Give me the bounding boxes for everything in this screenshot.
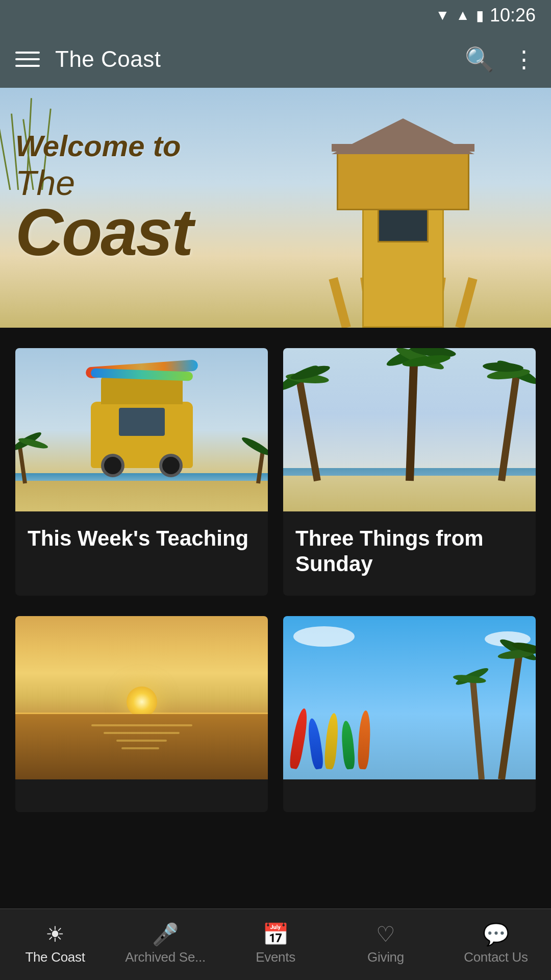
wifi-icon: ▼ [435, 7, 449, 23]
palm-tree-center [406, 358, 414, 481]
card-sunset[interactable] [15, 616, 268, 812]
sand-strip [283, 476, 536, 511]
van-roof [101, 376, 183, 404]
giving-icon: ♡ [376, 924, 395, 945]
nav-label-giving: Giving [367, 949, 404, 965]
sunset-sun [127, 687, 157, 717]
nav-label-contact-us: Contact Us [464, 949, 528, 965]
card-label-three-things: Three Things from Sunday [283, 511, 536, 596]
surfboard-yellow [323, 713, 340, 769]
hero-text: Welcome to The Coast [15, 129, 192, 262]
menu-button[interactable] [15, 52, 40, 67]
surfboard-red [288, 707, 310, 770]
main-content: This Week's Teaching [0, 328, 551, 975]
hero-coast-text: Coast [15, 203, 192, 262]
nav-label-archived-sermons: Archived Se... [125, 949, 206, 965]
beach-palm-trunk-1 [498, 652, 523, 779]
card-colorful-beach[interactable] [283, 616, 536, 812]
water-reflection [15, 714, 268, 779]
nav-item-events[interactable]: 📅 Events [220, 909, 331, 980]
van-beach-scene [15, 348, 268, 511]
surfboard-green [340, 720, 356, 770]
bottom-navigation: ☀ The Coast 🎤 Archived Se... 📅 Events ♡ … [0, 909, 551, 980]
nav-item-archived-sermons[interactable]: 🎤 Archived Se... [110, 909, 220, 980]
card-this-weeks-teaching[interactable]: This Week's Teaching [15, 348, 268, 596]
card-three-things-sunday[interactable]: Three Things from Sunday [283, 348, 536, 596]
search-button[interactable]: 🔍 [465, 45, 494, 73]
tower-leg [455, 277, 477, 328]
palm-right [256, 448, 260, 483]
card-image-van-beach [15, 348, 268, 511]
status-time: 10:26 [490, 5, 536, 26]
card-row-2 [15, 616, 536, 812]
beach-palm-trunk-2 [470, 677, 485, 779]
card-label-this-weeks-teaching: This Week's Teaching [15, 511, 268, 570]
hero-welcome-text: Welcome to [15, 129, 192, 163]
van-rear-window [119, 408, 165, 436]
palms-beach-scene [283, 348, 536, 511]
nav-label-the-coast: The Coast [25, 949, 85, 965]
nav-item-the-coast[interactable]: ☀ The Coast [0, 909, 110, 980]
lifeguard-tower [296, 108, 510, 328]
app-title: The Coast [55, 46, 449, 72]
palm-tree-left [314, 379, 321, 481]
colorful-beach-scene [283, 616, 536, 779]
battery-icon: ▮ [476, 7, 484, 24]
van-wheel-left [101, 454, 124, 477]
contact-us-icon: 💬 [483, 924, 509, 945]
hero-banner: Welcome to The Coast [0, 88, 551, 328]
card-image-palms-beach [283, 348, 536, 511]
surfboard-orange [357, 710, 371, 769]
van-body [91, 402, 193, 468]
beach-palms-right [434, 626, 536, 779]
van-wheel-right [159, 454, 183, 477]
tower-platform [337, 149, 469, 210]
bottom-area: ☀ The Coast 🎤 Archived Se... 📅 Events ♡ … [0, 939, 551, 980]
card-label-3 [15, 779, 268, 812]
surfboard-blue [306, 718, 324, 770]
card-label-4 [283, 779, 536, 812]
events-icon: 📅 [262, 924, 289, 945]
nav-label-events: Events [256, 949, 295, 965]
app-bar-actions: 🔍 ⋮ [465, 45, 536, 73]
surfboards-group [293, 708, 370, 769]
app-bar: The Coast 🔍 ⋮ [0, 31, 551, 88]
card-image-colorful-beach [283, 616, 536, 779]
nav-item-contact-us[interactable]: 💬 Contact Us [441, 909, 551, 980]
palm-tree-right [498, 374, 505, 481]
signal-icon: ▲ [456, 7, 470, 23]
sunset-scene [15, 616, 268, 779]
card-row-1: This Week's Teaching [15, 348, 536, 596]
more-options-button[interactable]: ⋮ [512, 45, 536, 73]
palm-left [23, 443, 27, 483]
sand-beach [15, 481, 268, 511]
status-icons: ▼ ▲ ▮ 10:26 [435, 5, 536, 26]
archived-sermons-icon: 🎤 [152, 924, 179, 945]
tower-leg [329, 277, 350, 328]
cloud-1 [293, 626, 355, 647]
tower-roof [332, 118, 474, 154]
the-coast-icon: ☀ [45, 924, 65, 945]
card-image-sunset [15, 616, 268, 779]
status-bar: ▼ ▲ ▮ 10:26 [0, 0, 551, 31]
nav-item-giving[interactable]: ♡ Giving [331, 909, 441, 980]
